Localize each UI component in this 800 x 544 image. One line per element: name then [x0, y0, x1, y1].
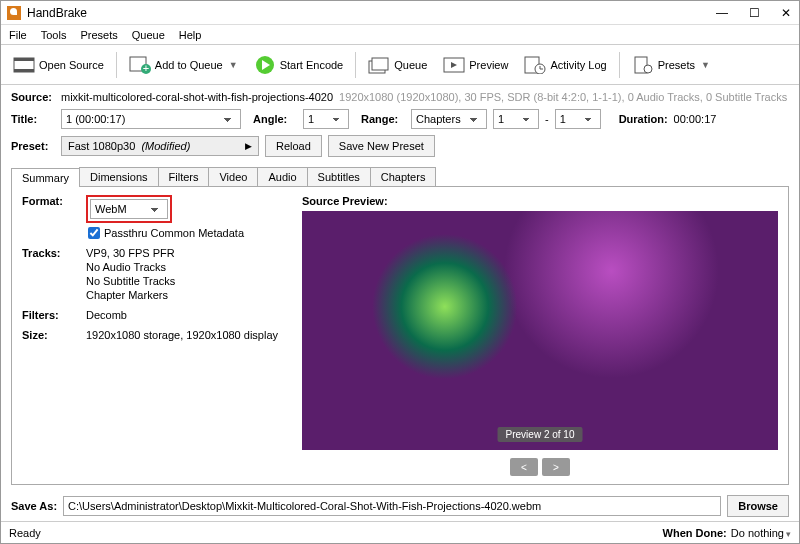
saveas-label: Save As:	[11, 500, 57, 512]
tab-audio[interactable]: Audio	[257, 167, 307, 186]
play-icon	[254, 55, 276, 75]
range-to-select[interactable]: 1	[555, 109, 601, 129]
format-highlight: WebM	[86, 195, 172, 223]
saveas-row: Save As: Browse	[1, 491, 799, 521]
format-select[interactable]: WebM	[90, 199, 168, 219]
svg-rect-9	[372, 58, 388, 70]
toolbar: Open Source + Add to Queue ▼ Start Encod…	[1, 45, 799, 85]
source-preview-image: Preview 2 of 10	[302, 211, 778, 450]
svg-text:+: +	[143, 62, 149, 74]
duration-value: 00:00:17	[674, 113, 717, 125]
activity-log-label: Activity Log	[550, 59, 606, 71]
preview-prev-button[interactable]: <	[510, 458, 538, 476]
size-label: Size:	[22, 329, 76, 341]
svg-point-17	[644, 65, 652, 73]
tracks-chapters: Chapter Markers	[86, 289, 175, 301]
menu-queue[interactable]: Queue	[132, 29, 165, 41]
stack-icon	[368, 55, 390, 75]
svg-rect-1	[14, 58, 34, 61]
presets-label: Presets	[658, 59, 695, 71]
open-source-label: Open Source	[39, 59, 104, 71]
start-encode-button[interactable]: Start Encode	[248, 53, 350, 77]
maximize-button[interactable]: ☐	[747, 6, 761, 20]
clock-log-icon	[524, 55, 546, 75]
activity-log-button[interactable]: Activity Log	[518, 53, 612, 77]
tracks-label: Tracks:	[22, 247, 76, 259]
statusbar: Ready When Done: Do nothing▾	[1, 521, 799, 543]
close-button[interactable]: ✕	[779, 6, 793, 20]
menu-file[interactable]: File	[9, 29, 27, 41]
presets-button[interactable]: Presets ▼	[626, 53, 716, 77]
title-label: Title:	[11, 113, 55, 125]
preview-label: Preview	[469, 59, 508, 71]
filters-value: Decomb	[86, 309, 127, 321]
saveas-input[interactable]	[63, 496, 721, 516]
add-to-queue-label: Add to Queue	[155, 59, 223, 71]
source-preview-label: Source Preview:	[302, 195, 778, 207]
when-done-select[interactable]: Do nothing▾	[731, 527, 791, 539]
svg-rect-2	[14, 69, 34, 72]
filters-label: Filters:	[22, 309, 76, 321]
duration-label: Duration:	[619, 113, 668, 125]
menubar: File Tools Presets Queue Help	[1, 25, 799, 45]
window-title: HandBrake	[27, 6, 715, 20]
source-meta: 1920x1080 (1920x1080), 30 FPS, SDR (8-bi…	[339, 91, 787, 103]
browse-button[interactable]: Browse	[727, 495, 789, 517]
menu-presets[interactable]: Presets	[80, 29, 117, 41]
tracks-video: VP9, 30 FPS PFR	[86, 247, 175, 259]
tracks-subtitle: No Subtitle Tracks	[86, 275, 175, 287]
svg-marker-11	[451, 62, 457, 68]
range-label: Range:	[361, 113, 405, 125]
passthru-label: Passthru Common Metadata	[104, 227, 244, 239]
preview-button[interactable]: Preview	[437, 53, 514, 77]
preset-row: Preset: Fast 1080p30 (Modified) ▶ Reload…	[11, 135, 789, 157]
angle-label: Angle:	[253, 113, 297, 125]
format-label: Format:	[22, 195, 76, 207]
tabs: Summary Dimensions Filters Video Audio S…	[11, 167, 789, 187]
queue-button[interactable]: Queue	[362, 53, 433, 77]
start-encode-label: Start Encode	[280, 59, 344, 71]
source-label: Source:	[11, 91, 55, 103]
open-source-button[interactable]: Open Source	[7, 53, 110, 77]
tab-filters[interactable]: Filters	[158, 167, 210, 186]
size-value: 1920x1080 storage, 1920x1080 display	[86, 329, 278, 341]
image-plus-icon: +	[129, 55, 151, 75]
status-ready: Ready	[9, 527, 41, 539]
title-row: Title: 1 (00:00:17) Angle: 1 Range: Chap…	[11, 109, 789, 129]
tab-summary[interactable]: Summary	[11, 168, 80, 187]
range-from-select[interactable]: 1	[493, 109, 539, 129]
chevron-down-icon: ▼	[701, 60, 710, 70]
menu-help[interactable]: Help	[179, 29, 202, 41]
queue-label: Queue	[394, 59, 427, 71]
gear-doc-icon	[632, 55, 654, 75]
add-to-queue-button[interactable]: + Add to Queue ▼	[123, 53, 244, 77]
when-done-label: When Done:	[663, 527, 727, 539]
app-icon	[7, 6, 21, 20]
summary-panel: Format: WebM Passthru Common Metadata Tr…	[11, 187, 789, 485]
tracks-audio: No Audio Tracks	[86, 261, 175, 273]
film-icon	[13, 55, 35, 75]
source-file: mixkit-multicolored-coral-shot-with-fish…	[61, 91, 333, 103]
tab-subtitles[interactable]: Subtitles	[307, 167, 371, 186]
tab-dimensions[interactable]: Dimensions	[79, 167, 158, 186]
preset-select[interactable]: Fast 1080p30 (Modified) ▶	[61, 136, 259, 156]
range-type-select[interactable]: Chapters	[411, 109, 487, 129]
tab-video[interactable]: Video	[208, 167, 258, 186]
range-sep: -	[545, 113, 549, 125]
titlebar: HandBrake — ☐ ✕	[1, 1, 799, 25]
passthru-checkbox[interactable]	[88, 227, 100, 239]
save-new-preset-button[interactable]: Save New Preset	[328, 135, 435, 157]
preview-next-button[interactable]: >	[542, 458, 570, 476]
menu-tools[interactable]: Tools	[41, 29, 67, 41]
angle-select[interactable]: 1	[303, 109, 349, 129]
chevron-down-icon: ▼	[229, 60, 238, 70]
source-row: Source: mixkit-multicolored-coral-shot-w…	[11, 91, 789, 103]
tab-chapters[interactable]: Chapters	[370, 167, 437, 186]
preview-badge: Preview 2 of 10	[498, 427, 583, 442]
preview-icon	[443, 55, 465, 75]
title-select[interactable]: 1 (00:00:17)	[61, 109, 241, 129]
preset-label: Preset:	[11, 140, 55, 152]
reload-button[interactable]: Reload	[265, 135, 322, 157]
minimize-button[interactable]: —	[715, 6, 729, 20]
